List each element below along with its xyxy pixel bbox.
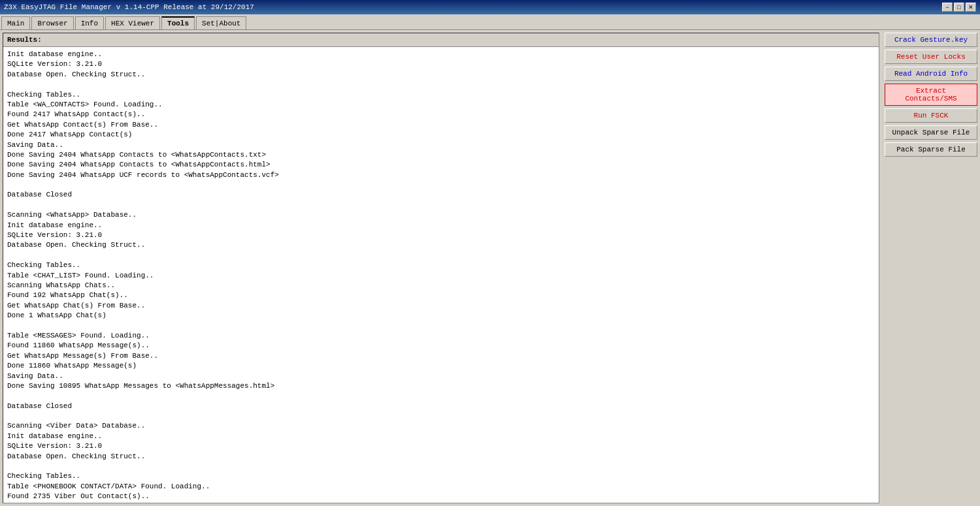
tab-set-about[interactable]: Set|About xyxy=(196,16,246,29)
results-label: Results: xyxy=(3,33,879,47)
window-title: Z3X EasyJTAG File Manager v 1.14-CPP Rel… xyxy=(4,3,254,11)
close-button[interactable]: ✕ xyxy=(966,3,976,12)
title-bar-controls: − □ ✕ xyxy=(942,3,976,12)
results-content[interactable]: Init database engine.. SQLite Version: 3… xyxy=(3,47,879,503)
content-area: Results: Init database engine.. SQLite V… xyxy=(0,30,980,506)
maximize-button[interactable]: □ xyxy=(954,3,964,12)
right-panel: Crack Gesture.key Reset User Locks Read … xyxy=(882,30,980,506)
tab-main[interactable]: Main xyxy=(1,16,30,29)
title-bar: Z3X EasyJTAG File Manager v 1.14-CPP Rel… xyxy=(0,0,980,14)
read-android-info-button[interactable]: Read Android Info xyxy=(885,67,977,81)
minimize-button[interactable]: − xyxy=(942,3,953,12)
pack-sparse-file-button[interactable]: Pack Sparse File xyxy=(885,142,977,157)
tab-browser[interactable]: Browser xyxy=(31,16,73,29)
menu-bar: Main Browser Info HEX Viewer Tools Set|A… xyxy=(0,14,980,30)
unpack-sparse-file-button[interactable]: Unpack Sparse File xyxy=(885,125,977,140)
run-fsck-button[interactable]: Run FSCK xyxy=(885,108,977,123)
tab-tools[interactable]: Tools xyxy=(161,16,195,29)
extract-contacts-sms-button[interactable]: Extract Contacts/SMS xyxy=(885,84,977,106)
tab-hex-viewer[interactable]: HEX Viewer xyxy=(105,16,160,29)
tab-info[interactable]: Info xyxy=(75,16,104,29)
reset-user-locks-button[interactable]: Reset User Locks xyxy=(885,50,977,64)
main-panel: Results: Init database engine.. SQLite V… xyxy=(3,33,879,503)
crack-gesture-key-button[interactable]: Crack Gesture.key xyxy=(885,33,977,47)
